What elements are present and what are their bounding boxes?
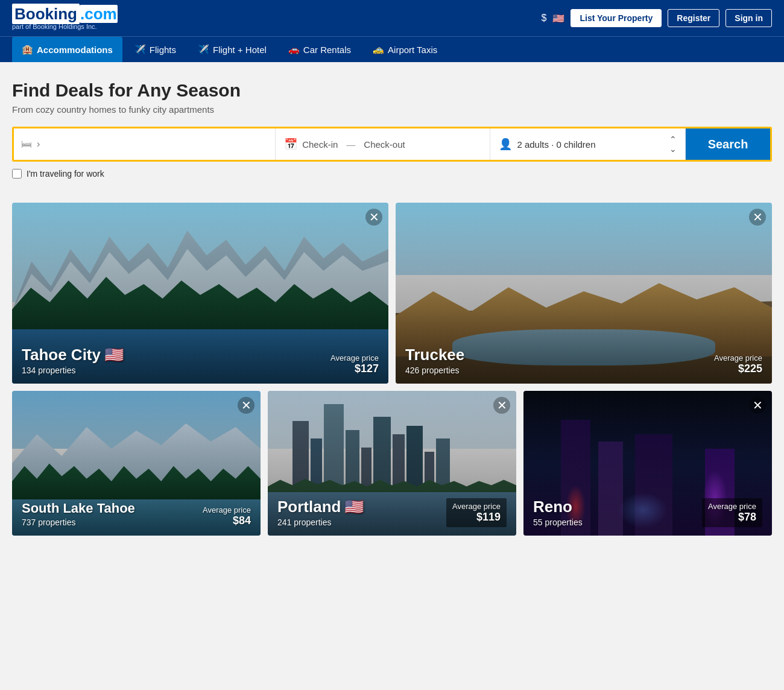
destination-card-south-lake-tahoe[interactable]: South Lake Tahoe 737 properties Average … xyxy=(12,391,261,536)
search-bar: 🛏 📅 Check-in — Check-out 👤 2 adults · 0 … xyxy=(12,127,772,162)
destination-field[interactable]: 🛏 xyxy=(14,128,276,160)
destination-card-reno[interactable]: Reno 55 properties Average price $78 ✕ xyxy=(523,391,772,536)
flag-icon: 🇺🇸 xyxy=(552,13,564,24)
checkin-field[interactable]: 📅 Check-in — Check-out xyxy=(276,128,490,160)
truckee-title: Truckee xyxy=(405,346,762,364)
checkin-label: Check-in xyxy=(302,139,338,150)
nav-item-flight-hotel[interactable]: ✈️ Flight + Hotel xyxy=(188,37,276,62)
dollar-icon: $ xyxy=(542,13,547,24)
site-header: Booking.com part of Booking Holdings Inc… xyxy=(0,0,784,36)
nav-item-label: Accommodations xyxy=(37,45,113,55)
guests-chevron-icon: ⌃⌄ xyxy=(669,135,677,154)
airport-taxis-icon: 🚕 xyxy=(373,44,384,55)
portland-flag: 🇺🇸 xyxy=(344,498,364,516)
language-button[interactable]: 🇺🇸 xyxy=(552,13,564,24)
search-subtitle: From cozy country homes to funky city ap… xyxy=(12,104,772,115)
travel-work-checkbox[interactable] xyxy=(12,169,22,179)
tahoe-city-price: Average price $127 xyxy=(330,353,379,375)
nav-item-label: Flights xyxy=(150,45,176,55)
nav-item-car-rentals[interactable]: 🚗 Car Rentals xyxy=(279,37,361,62)
destination-card-tahoe-city[interactable]: Tahoe City 🇺🇸 134 properties Average pri… xyxy=(12,203,388,384)
destinations-grid: Tahoe City 🇺🇸 134 properties Average pri… xyxy=(0,191,784,548)
logo-sub: part of Booking Holdings Inc. xyxy=(12,23,118,30)
nav-item-accommodations[interactable]: 🏨 Accommodations xyxy=(12,37,122,62)
tahoe-city-flag: 🇺🇸 xyxy=(104,346,124,364)
bed-icon: 🛏 xyxy=(21,138,32,151)
travel-work-row: I'm traveling for work xyxy=(12,169,772,179)
travel-work-label: I'm traveling for work xyxy=(27,169,104,179)
main-nav: 🏨 Accommodations ✈️ Flights ✈️ Flight + … xyxy=(0,36,784,62)
guests-field[interactable]: 👤 2 adults · 0 children ⌃⌄ xyxy=(490,128,686,160)
register-button[interactable]: Register xyxy=(668,9,719,27)
reno-price: Average price $78 xyxy=(702,498,762,527)
south-lake-price: Average price $84 xyxy=(203,505,251,527)
sign-in-button[interactable]: Sign in xyxy=(726,9,772,27)
tahoe-city-props: 134 properties xyxy=(22,366,379,375)
destination-input[interactable] xyxy=(37,139,268,150)
calendar-icon: 📅 xyxy=(284,138,297,151)
list-property-button[interactable]: List Your Property xyxy=(571,9,662,27)
logo-text: Booking.com xyxy=(12,6,118,22)
truckee-close-button[interactable]: ✕ xyxy=(749,209,766,226)
car-rentals-icon: 🚗 xyxy=(288,44,300,55)
south-lake-close-button[interactable]: ✕ xyxy=(238,397,254,414)
truckee-price: Average price $225 xyxy=(714,353,762,375)
nav-item-flights[interactable]: ✈️ Flights xyxy=(125,37,186,62)
nav-item-airport-taxis[interactable]: 🚕 Airport Taxis xyxy=(363,37,447,62)
portland-price: Average price $119 xyxy=(446,498,507,527)
accommodations-icon: 🏨 xyxy=(22,44,33,55)
nav-item-label: Car Rentals xyxy=(303,45,351,55)
nav-item-label: Airport Taxis xyxy=(388,45,437,55)
date-divider: — xyxy=(346,139,355,150)
portland-close-button[interactable]: ✕ xyxy=(493,397,510,414)
header-actions: $ 🇺🇸 List Your Property Register Sign in xyxy=(542,9,772,27)
search-button[interactable]: Search xyxy=(686,128,770,160)
flights-icon: ✈️ xyxy=(134,44,146,55)
tahoe-city-close-button[interactable]: ✕ xyxy=(365,209,382,226)
search-title: Find Deals for Any Season xyxy=(12,80,772,101)
tahoe-city-title: Tahoe City 🇺🇸 xyxy=(22,346,379,364)
truckee-props: 426 properties xyxy=(405,366,762,375)
destination-card-portland[interactable]: Portland 🇺🇸 241 properties Average price… xyxy=(268,391,516,536)
logo[interactable]: Booking.com part of Booking Holdings Inc… xyxy=(12,6,118,30)
nav-item-label: Flight + Hotel xyxy=(213,45,267,55)
destination-card-truckee[interactable]: Truckee 426 properties Average price $22… xyxy=(396,203,772,384)
flight-hotel-icon: ✈️ xyxy=(198,44,209,55)
person-icon: 👤 xyxy=(499,138,512,151)
guests-value: 2 adults · 0 children xyxy=(517,139,595,150)
destinations-bottom-row: South Lake Tahoe 737 properties Average … xyxy=(12,391,772,536)
reno-close-button[interactable]: ✕ xyxy=(749,397,766,414)
checkout-label: Check-out xyxy=(364,139,405,150)
currency-button[interactable]: $ xyxy=(542,13,547,24)
search-section: Find Deals for Any Season From cozy coun… xyxy=(0,62,784,191)
